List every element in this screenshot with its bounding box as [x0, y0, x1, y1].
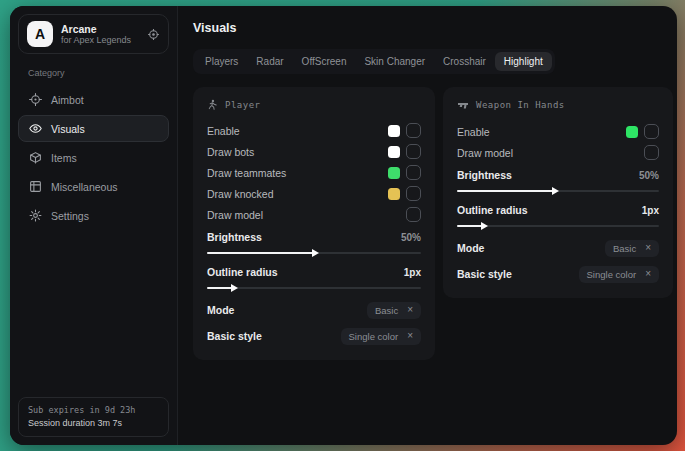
- slider-fill: [207, 252, 314, 254]
- toggle-row: Draw knocked: [207, 183, 421, 204]
- select-label: Basic style: [457, 268, 512, 280]
- slider-row: Brightness50%: [207, 229, 421, 259]
- toggle-controls: [388, 186, 421, 201]
- slider-thumb[interactable]: [481, 222, 488, 230]
- slider-thumb[interactable]: [552, 187, 559, 195]
- slider-header: Brightness50%: [207, 229, 421, 245]
- app-titles: Arcane for Apex Legends: [61, 23, 139, 46]
- slider-thumb[interactable]: [312, 249, 319, 257]
- sidebar-item-aimbot[interactable]: Aimbot: [18, 86, 169, 113]
- sidebar-item-items[interactable]: Items: [18, 144, 169, 171]
- toggle-label: Enable: [207, 125, 240, 137]
- app-logo: A: [27, 21, 53, 47]
- main-content: Visuals PlayersRadarOffScreenSkin Change…: [178, 6, 677, 445]
- slider-track[interactable]: [457, 185, 659, 197]
- color-swatch[interactable]: [388, 167, 400, 179]
- checkbox[interactable]: [406, 186, 421, 201]
- tab-radar[interactable]: Radar: [247, 52, 292, 71]
- slider-value: 50%: [639, 170, 659, 181]
- tab-offscreen[interactable]: OffScreen: [293, 52, 356, 71]
- checkbox[interactable]: [644, 124, 659, 139]
- panel-title: Weapon In Hands: [476, 100, 565, 110]
- color-swatch[interactable]: [388, 188, 400, 200]
- checkbox[interactable]: [406, 165, 421, 180]
- color-swatch[interactable]: [626, 126, 638, 138]
- app-title: Arcane: [61, 23, 139, 35]
- grid-icon: [29, 180, 42, 193]
- color-swatch[interactable]: [388, 146, 400, 158]
- target-icon[interactable]: [147, 28, 160, 41]
- checkbox[interactable]: [406, 144, 421, 159]
- slider-label: Outline radius: [457, 204, 528, 216]
- sidebar-item-label: Settings: [51, 210, 89, 222]
- toggle-row: Draw model: [207, 204, 421, 225]
- sub-expiry-text: Sub expires in 9d 23h: [28, 404, 159, 417]
- selected-option-tag[interactable]: Basic×: [605, 240, 659, 257]
- selected-option-value: Basic: [613, 243, 636, 254]
- tab-highlight[interactable]: Highlight: [495, 52, 552, 71]
- close-icon[interactable]: ×: [407, 331, 413, 341]
- session-duration-text: Session duration 3m 7s: [28, 417, 159, 430]
- sidebar-item-label: Aimbot: [51, 94, 84, 106]
- slider-label: Brightness: [457, 169, 512, 181]
- slider-fill: [457, 190, 554, 192]
- close-icon[interactable]: ×: [407, 305, 413, 315]
- box-icon: [29, 151, 42, 164]
- player-icon: [207, 99, 218, 110]
- tab-skin-changer[interactable]: Skin Changer: [355, 52, 434, 71]
- toggle-label: Draw model: [207, 209, 263, 221]
- subscription-box: Sub expires in 9d 23h Session duration 3…: [18, 397, 169, 437]
- toggle-controls: [388, 144, 421, 159]
- slider-header: Outline radius1px: [457, 202, 659, 218]
- panels-container: PlayerEnableDraw botsDraw teammatesDraw …: [193, 87, 673, 360]
- close-icon[interactable]: ×: [645, 243, 651, 253]
- checkbox[interactable]: [406, 123, 421, 138]
- sidebar-item-label: Items: [51, 152, 77, 164]
- tab-crosshair[interactable]: Crosshair: [434, 52, 495, 71]
- sidebar-item-visuals[interactable]: Visuals: [18, 115, 169, 142]
- slider-value: 1px: [404, 267, 421, 278]
- select-label: Mode: [207, 304, 234, 316]
- select-label: Mode: [457, 242, 484, 254]
- tab-bar: PlayersRadarOffScreenSkin ChangerCrossha…: [193, 49, 555, 74]
- app-subtitle: for Apex Legends: [61, 35, 139, 46]
- toggle-row: Draw bots: [207, 141, 421, 162]
- slider-row: Outline radius1px: [457, 202, 659, 232]
- toggle-row: Draw model: [457, 142, 659, 163]
- toggle-controls: [626, 124, 659, 139]
- checkbox[interactable]: [644, 145, 659, 160]
- app-window: A Arcane for Apex Legends Category Aimbo…: [10, 6, 677, 445]
- close-icon[interactable]: ×: [645, 269, 651, 279]
- slider-value: 50%: [401, 232, 421, 243]
- selected-option-value: Single color: [587, 269, 637, 280]
- toggle-label: Draw knocked: [207, 188, 274, 200]
- select-row: ModeBasic×: [207, 300, 421, 320]
- slider-track[interactable]: [457, 220, 659, 232]
- slider-thumb[interactable]: [231, 284, 238, 292]
- sidebar-item-label: Visuals: [51, 123, 85, 135]
- slider-row: Brightness50%: [457, 167, 659, 197]
- panel-weapon-in-hands: Weapon In HandsEnableDraw modelBrightnes…: [443, 87, 673, 298]
- slider-track[interactable]: [207, 282, 421, 294]
- slider-fill: [457, 225, 483, 227]
- toggle-row: Draw teammates: [207, 162, 421, 183]
- toggle-controls: [388, 165, 421, 180]
- toggle-label: Enable: [457, 126, 490, 138]
- toggle-controls: [388, 123, 421, 138]
- sidebar-item-label: Miscellaneous: [51, 181, 118, 193]
- sidebar-item-settings[interactable]: Settings: [18, 202, 169, 229]
- checkbox[interactable]: [406, 207, 421, 222]
- tab-players[interactable]: Players: [196, 52, 247, 71]
- selected-option-tag[interactable]: Single color×: [579, 266, 659, 283]
- slider-header: Brightness50%: [457, 167, 659, 183]
- sidebar-item-miscellaneous[interactable]: Miscellaneous: [18, 173, 169, 200]
- gun-icon: [457, 99, 469, 111]
- selected-option-tag[interactable]: Basic×: [367, 302, 421, 319]
- selected-option-tag[interactable]: Single color×: [341, 328, 421, 345]
- slider-header: Outline radius1px: [207, 264, 421, 280]
- color-swatch[interactable]: [388, 125, 400, 137]
- toggle-row: Enable: [207, 120, 421, 141]
- selected-option-value: Basic: [375, 305, 398, 316]
- select-row: Basic styleSingle color×: [207, 326, 421, 346]
- slider-track[interactable]: [207, 247, 421, 259]
